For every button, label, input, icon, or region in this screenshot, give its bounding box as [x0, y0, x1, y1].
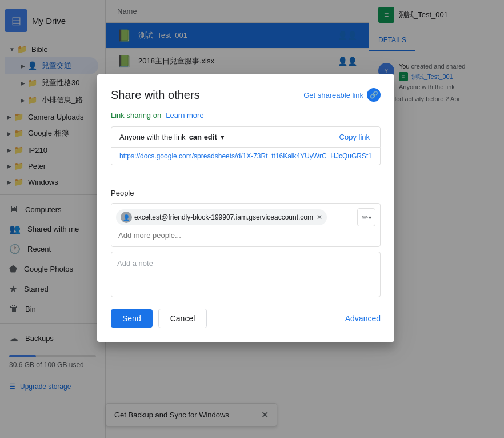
link-sharing-row: Link sharing on Learn more [111, 111, 381, 120]
people-input-container: 👤 exceltest@friendly-block-199907.iam.gs… [111, 203, 381, 247]
dropdown-arrow-icon: ▾ [221, 133, 225, 141]
link-url-box[interactable]: https://docs.google.com/spreadsheets/d/1… [111, 148, 381, 165]
dropdown-icon: ▾ [369, 214, 371, 221]
note-placeholder: Add a note [117, 259, 153, 268]
advanced-button[interactable]: Advanced [345, 314, 381, 323]
copy-link-button[interactable]: Copy link [329, 127, 380, 147]
dialog-header: Share with others Get shareable link 🔗 [111, 88, 381, 102]
chip-avatar: 👤 [121, 212, 132, 223]
dialog-title: Share with others [111, 89, 200, 102]
link-icon: 🔗 [367, 88, 381, 102]
chip-email-text: exceltest@friendly-block-199907.iam.gser… [134, 213, 313, 221]
shareable-link-label: Get shareable link [303, 91, 363, 99]
share-dialog: Share with others Get shareable link 🔗 L… [97, 74, 394, 342]
learn-more-link[interactable]: Learn more [166, 111, 203, 120]
people-chip-row: 👤 exceltest@friendly-block-199907.iam.gs… [116, 208, 375, 226]
get-shareable-link-button[interactable]: Get shareable link 🔗 [303, 88, 381, 102]
chip-edit-button[interactable]: ✏ ▾ [357, 208, 375, 226]
send-button[interactable]: Send [111, 309, 153, 328]
link-sharing-on-text: Link sharing on [111, 111, 161, 120]
permission-bold: can edit [189, 133, 217, 141]
edit-icon: ✏ [362, 213, 369, 222]
divider [111, 177, 381, 177]
cancel-button[interactable]: Cancel [158, 309, 207, 328]
permission-row: Anyone with the link can edit ▾ Copy lin… [111, 126, 381, 148]
permission-label: Anyone with the link [119, 133, 186, 141]
people-label: People [111, 189, 381, 197]
email-chip: 👤 exceltest@friendly-block-199907.iam.gs… [116, 209, 327, 225]
note-box[interactable]: Add a note [111, 252, 381, 297]
dialog-footer: Send Cancel Advanced [111, 309, 381, 328]
chip-close-button[interactable]: ✕ [317, 213, 322, 221]
add-more-people-input[interactable] [116, 229, 375, 242]
permission-select[interactable]: Anyone with the link can edit ▾ [111, 127, 329, 147]
